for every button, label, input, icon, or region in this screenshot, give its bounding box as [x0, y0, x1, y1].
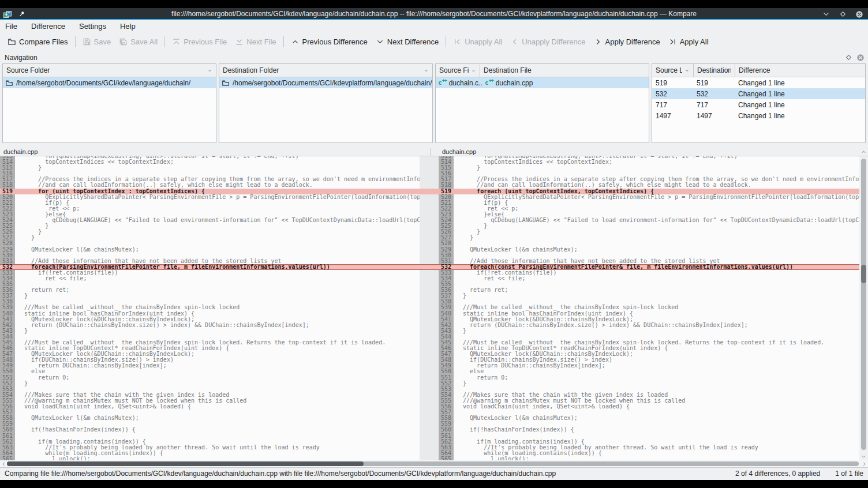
difference-row-717[interactable]: 717717Changed 1 line — [652, 99, 865, 110]
right-code-text: ///Must be called _without_ the chainsBy… — [454, 340, 859, 346]
toolbar-button-unapply-all[interactable]: Unapply All — [449, 35, 506, 48]
file-pair-row[interactable]: c++ duchain.c... c++ duchain.cpp — [436, 77, 649, 88]
left-code-text: void loadChain(uint index, QSet<uint>& l… — [15, 404, 420, 410]
right-code-text — [454, 334, 859, 340]
vscroll-track[interactable] — [861, 159, 866, 450]
difference-cell: 1497 — [652, 112, 693, 120]
vscroll-thumb[interactable] — [861, 265, 866, 283]
hscroll-left-arrow[interactable] — [1, 460, 6, 467]
toolbar-button-label: Previous Difference — [302, 37, 368, 46]
menu-item-settings[interactable]: Settings — [79, 22, 106, 31]
hscroll-thumb[interactable] — [7, 461, 364, 466]
difference-row-532[interactable]: 532532Changed 1 line — [652, 88, 865, 99]
splitter[interactable] — [0, 143, 868, 148]
right-code-text: QMutexLocker l(&m_chainsMutex); — [454, 247, 859, 253]
left-line-number: 561 — [0, 433, 15, 439]
pane-connector — [420, 264, 439, 270]
right-line-number: 550 — [439, 369, 454, 374]
toolbar-button-apply-all[interactable]: Apply All — [664, 35, 713, 48]
left-code-text: for (uint topContextIndex : topContextIn… — [15, 189, 420, 194]
dock-close-icon[interactable] — [856, 54, 865, 62]
differences-status: 2 of 4 differences, 0 applied — [735, 470, 820, 478]
toolbar-button-compare-files[interactable]: Compare Files — [3, 35, 72, 48]
diff-row-541: 541 QMutexLocker lock(&DUChain::chainsBy… — [0, 317, 859, 322]
left-code-text: ///Makes sure that the chain with the gi… — [15, 392, 420, 398]
left-line-number: 515 — [0, 165, 15, 171]
difference-cell: Changed 1 line — [735, 79, 865, 87]
right-code-text: foreach(const ParsingEnvironmentFilePoin… — [454, 264, 859, 270]
right-code-text: } — [454, 293, 859, 299]
pane-connector — [420, 212, 439, 217]
hscroll-right-arrow[interactable] — [862, 460, 867, 467]
source-folder-header[interactable]: Source Folder — [3, 64, 216, 77]
toolbar-button-save-all[interactable]: Save All — [115, 35, 162, 48]
left-line-number: 556 — [0, 404, 15, 410]
left-line-number: 519 — [0, 189, 15, 194]
right-code-text — [454, 253, 859, 258]
destination-folder-header[interactable]: Destination Folder — [219, 64, 432, 77]
difference-cell: 717 — [693, 101, 735, 109]
right-line-number: 532 — [439, 264, 454, 270]
right-code-text — [454, 410, 859, 415]
toolbar-button-apply-difference[interactable]: Apply Difference — [590, 35, 664, 48]
diff-row-519[interactable]: 519 for (uint topContextIndex : topConte… — [0, 189, 859, 194]
menu-item-difference[interactable]: Difference — [31, 22, 65, 31]
diff-row-546: 546 static inline TopDUContext* readChai… — [0, 346, 859, 351]
vscroll-down-arrow[interactable] — [859, 452, 868, 460]
menu-item-help[interactable]: Help — [120, 22, 136, 31]
source-line-header[interactable]: Source Line — [652, 64, 693, 77]
menu-item-file[interactable]: File — [5, 22, 17, 31]
difference-row-1497[interactable]: 14971497Changed 1 line — [652, 110, 865, 121]
right-line-number: 557 — [439, 410, 454, 415]
right-line-number: 552 — [439, 381, 454, 386]
shade-window-icon[interactable] — [822, 10, 830, 18]
left-code-text: } — [15, 229, 420, 235]
destination-file-header[interactable]: Destination File — [480, 64, 649, 77]
maximize-window-icon[interactable] — [839, 10, 847, 18]
right-code-text — [454, 299, 859, 305]
toolbar-button-next-difference[interactable]: Next Difference — [372, 35, 443, 48]
toolbar-button-previous-file[interactable]: Previous File — [168, 35, 231, 48]
right-code-text: void loadChain(uint index, QSet<uint>& l… — [454, 404, 859, 410]
toolbar-separator — [164, 36, 165, 47]
left-code-text: //and can call loadInformation(..) safel… — [15, 182, 420, 188]
left-code-text — [15, 410, 420, 415]
destination-folder-row[interactable]: /home/sergobot/Documents/GCI/kdevplatfor… — [219, 77, 432, 88]
toolbar-button-next-file[interactable]: Next File — [231, 35, 280, 48]
destination-line-header[interactable]: Destination Line — [693, 64, 735, 77]
destination-file-name: duchain.cpp — [496, 79, 533, 87]
toolbar-button-previous-difference[interactable]: Previous Difference — [287, 35, 372, 48]
left-code-text: QMutexLocker l(&m_chainsMutex); — [15, 415, 420, 421]
toolbar-button-save[interactable]: Save — [78, 35, 115, 48]
difference-header[interactable]: Difference — [735, 64, 865, 77]
toolbar-button-unapply-difference[interactable]: Unapply Difference — [506, 35, 589, 48]
app-icon[interactable] — [3, 10, 12, 19]
right-code-text: QMutexLocker lock(&DUChain::chainsByInde… — [454, 317, 859, 322]
diff-row-540: 540 static inline bool hasChainForIndex(… — [0, 311, 859, 317]
pane-connector — [420, 363, 439, 369]
pane-connector — [420, 217, 439, 223]
left-code-text: if(p) { — [15, 200, 420, 206]
pin-icon[interactable] — [18, 10, 25, 18]
left-line-number: 534 — [0, 276, 15, 281]
diff-row-548: 548 if(DUChain::chainsByIndex.size() > i… — [0, 357, 859, 363]
left-line-number: 563 — [0, 445, 15, 451]
vscroll-up-arrow[interactable] — [859, 148, 868, 156]
diff-row-526: 526 }526 } — [0, 229, 859, 235]
left-code-text — [15, 386, 420, 392]
left-line-number: 553 — [0, 386, 15, 392]
source-folder-row[interactable]: /home/sergobot/Documents/GCI/kdev/langua… — [3, 77, 216, 88]
source-folder-path: /home/sergobot/Documents/GCI/kdev/langua… — [16, 79, 190, 87]
dock-float-icon[interactable] — [845, 54, 852, 61]
right-line-number: 537 — [439, 293, 454, 299]
diff-row-532[interactable]: 532 foreach(ParsingEnvironmentFilePointe… — [0, 264, 859, 270]
horizontal-scrollbar[interactable] — [0, 460, 868, 467]
difference-row-519[interactable]: 519519Changed 1 line — [652, 77, 865, 88]
screen: file:///home/sergobot/Documents/GCI/kdev… — [0, 0, 868, 488]
vertical-scrollbar[interactable] — [859, 156, 868, 460]
diff-row-525: 525 }525 } — [0, 223, 859, 229]
pane-connector — [420, 293, 439, 299]
left-line-number: 555 — [0, 398, 15, 404]
close-window-icon[interactable] — [855, 10, 863, 18]
source-file-header[interactable]: Source File — [436, 64, 480, 77]
